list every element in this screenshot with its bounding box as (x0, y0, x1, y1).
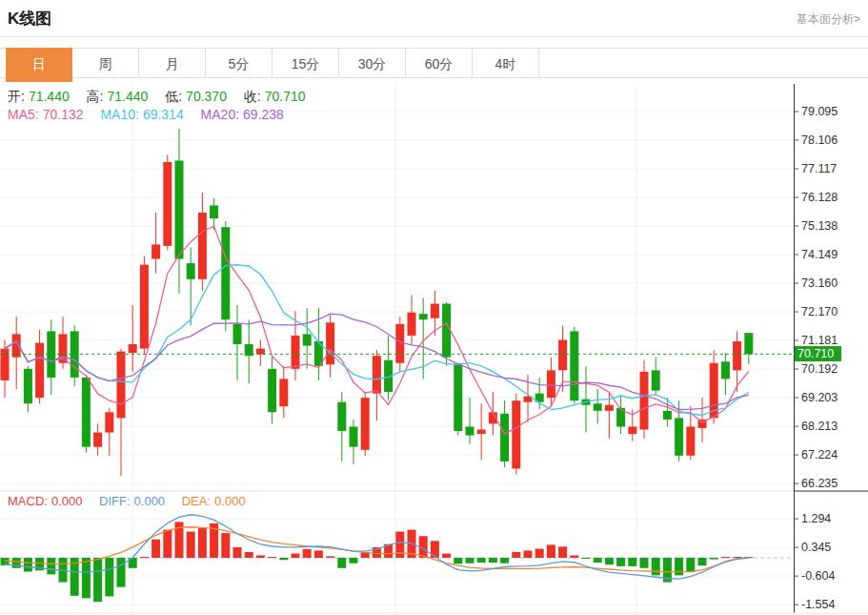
high-label: 高: (87, 89, 104, 104)
macd-bar (512, 552, 520, 558)
tab-day[interactable]: 日 (6, 48, 72, 82)
candle-body (279, 379, 288, 406)
open-value: 71.440 (29, 89, 70, 104)
macd-bar (314, 550, 323, 558)
macd-bar (221, 533, 230, 558)
ma10-label: MA10: (100, 107, 138, 122)
candle-body (442, 304, 451, 358)
candle-body (558, 339, 567, 370)
price-axis-label: 76.128 (801, 191, 838, 204)
candle-body (477, 430, 486, 435)
candle-body (744, 333, 753, 354)
price-axis-label: 72.170 (801, 305, 838, 318)
macd-bar (105, 558, 113, 596)
macd-bar (93, 558, 102, 602)
macd-bar (570, 555, 578, 558)
macd-bar (198, 528, 207, 558)
macd-bar (431, 541, 439, 558)
macd-bar (82, 558, 91, 598)
candle-body (35, 343, 44, 399)
candle-body (198, 213, 207, 279)
macd-bar (245, 552, 253, 558)
macd-bar (117, 558, 126, 587)
macd-bar (395, 531, 404, 558)
macd-bar (466, 558, 474, 564)
ma10-value: 69.314 (143, 107, 184, 122)
candle-body (24, 369, 32, 403)
price-axis-label: 77.117 (801, 162, 837, 175)
price-axis-label: 66.235 (801, 477, 838, 490)
candle-body (512, 400, 520, 468)
dea-label: DEA: (182, 494, 211, 508)
price-axis-label: 79.095 (801, 105, 838, 118)
macd-bar (140, 557, 149, 558)
macd-bar (268, 557, 276, 558)
candle-body (187, 263, 195, 279)
macd-axis-label: 0.345 (801, 541, 831, 554)
macd-bar (326, 556, 334, 558)
macd-label: MACD: (8, 494, 48, 508)
candle-body (140, 265, 149, 349)
macd-bar (256, 555, 265, 558)
macd-bar (640, 558, 649, 568)
candle-body (373, 356, 381, 393)
macd-bar (628, 558, 636, 566)
diff-line (5, 515, 749, 579)
candle-body (721, 361, 730, 379)
candle-body (256, 349, 265, 355)
macd-bar (279, 558, 288, 560)
macd-bar (547, 544, 555, 558)
macd-bar (558, 546, 567, 558)
ohlc-legend: 开:71.440 高:71.440 低:70.370 收:70.710 (8, 89, 310, 106)
candle-body (303, 334, 312, 345)
candle-body (117, 352, 126, 419)
macd-bar (721, 557, 730, 558)
macd-bar (477, 558, 486, 563)
candle-body (500, 414, 509, 461)
candle-body (454, 364, 462, 431)
candle-body (175, 160, 184, 258)
dea-value: 0.000 (214, 494, 246, 508)
macd-bar (675, 558, 683, 575)
candle-body (105, 412, 113, 432)
candle-body (466, 426, 474, 435)
macd-bar (710, 558, 718, 560)
candle-body (210, 205, 218, 218)
macd-bar (582, 558, 591, 559)
macd-legend: MACD:0.000 DIFF:0.000 DEA:0.000 (8, 494, 250, 508)
candle-body (292, 336, 300, 369)
macd-value: 0.000 (51, 494, 83, 508)
price-axis-label: 73.160 (801, 277, 838, 290)
macd-bar (594, 558, 602, 563)
ma5-value: 70.132 (43, 107, 84, 122)
macd-bar (686, 558, 695, 572)
macd-bar (337, 558, 346, 568)
candle-body (570, 331, 578, 400)
price-axis-label: 78.106 (801, 133, 838, 147)
low-value: 70.370 (186, 89, 227, 104)
candle-body (408, 313, 416, 336)
macd-bar (698, 558, 707, 565)
candle-body (431, 304, 439, 318)
macd-bar (489, 558, 497, 563)
macd-bar (442, 554, 451, 558)
macd-axis-label: -1.554 (801, 598, 835, 611)
candle-body (326, 322, 334, 364)
candle-body (233, 324, 242, 344)
price-axis-label: 71.181 (801, 334, 838, 347)
macd-bar (524, 550, 533, 558)
ma20-label: MA20: (201, 107, 239, 122)
price-axis-label: 69.203 (801, 391, 838, 404)
price-axis-label: 67.224 (801, 448, 838, 461)
macd-bar (605, 558, 614, 564)
candle-body (640, 372, 649, 430)
candle-body (337, 402, 346, 431)
candle-body (221, 227, 230, 319)
macd-bar (24, 558, 32, 572)
macd-bar (47, 558, 55, 574)
candle-body (686, 426, 695, 455)
candle-body (1, 349, 10, 380)
ma20-value: 69.238 (243, 107, 284, 122)
price-axis-label: 74.149 (801, 248, 838, 261)
kline-page: K线图 基本面分析> 日 周 月 5分 15分 30分 60分 4时 79.09… (0, 0, 868, 615)
